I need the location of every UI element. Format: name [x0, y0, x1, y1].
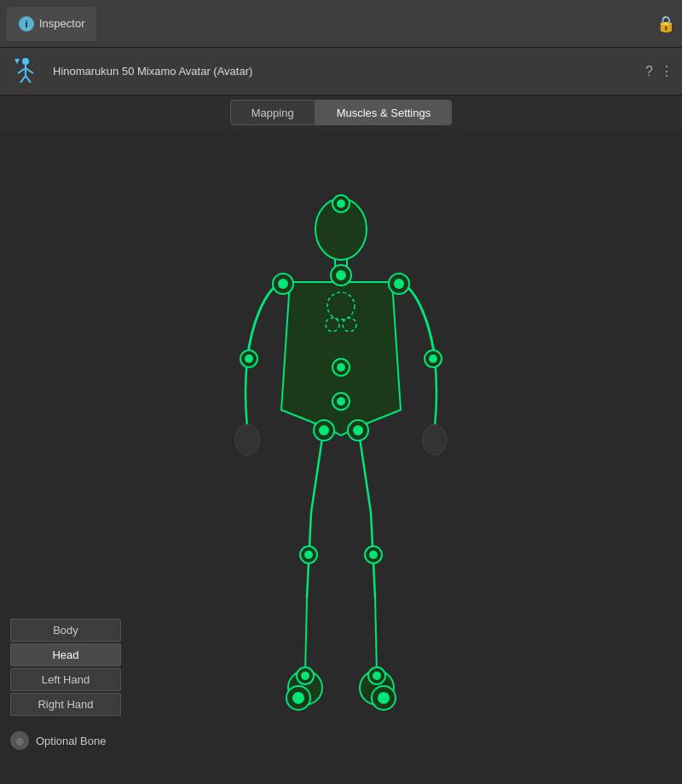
svg-line-5 [26, 76, 31, 83]
right-hand-button[interactable]: Right Hand [10, 693, 121, 716]
tab-muscles-settings[interactable]: Muscles & Settings [315, 100, 453, 125]
avatar-icon [9, 55, 43, 89]
svg-point-39 [304, 551, 313, 559]
optional-bone-icon: ◎ [10, 731, 29, 750]
svg-point-33 [337, 397, 345, 406]
more-button[interactable]: ⋮ [660, 63, 673, 79]
svg-line-4 [20, 76, 26, 83]
svg-point-37 [353, 425, 363, 435]
inspector-tab[interactable]: i Inspector [7, 7, 96, 41]
body-button[interactable]: Body [10, 619, 121, 642]
svg-point-41 [369, 551, 378, 559]
svg-point-11 [235, 424, 259, 455]
optional-bone-label: Optional Bone [36, 735, 106, 747]
svg-line-2 [18, 68, 26, 73]
svg-point-18 [336, 270, 346, 280]
optional-bone-row: ◎ Optional Bone [10, 731, 106, 750]
inspector-tab-label: Inspector [39, 17, 84, 30]
svg-point-47 [292, 692, 304, 704]
svg-point-0 [22, 58, 29, 65]
asset-name: Hinomarukun 50 Mixamo Avatar (Avatar) [53, 65, 635, 78]
tab-bar: Mapping Muscles & Settings [0, 95, 682, 130]
asset-row: Hinomarukun 50 Mixamo Avatar (Avatar) ? … [0, 48, 682, 95]
inspector-header: i Inspector 🔒 [0, 0, 682, 48]
svg-line-3 [26, 68, 33, 73]
svg-point-35 [319, 425, 329, 435]
svg-point-22 [394, 279, 404, 289]
avatar-figure [213, 180, 469, 734]
tab-mapping[interactable]: Mapping [230, 100, 315, 125]
svg-point-43 [301, 672, 309, 680]
svg-point-31 [337, 363, 345, 372]
svg-point-45 [373, 672, 381, 680]
asset-actions: ? ⋮ [645, 63, 673, 79]
sidebar-buttons: Body Head Left Hand Right Hand [10, 619, 121, 716]
svg-point-27 [245, 355, 253, 363]
svg-point-16 [337, 199, 345, 208]
info-icon: i [19, 16, 34, 32]
lock-icon[interactable]: 🔒 [656, 14, 675, 33]
head-button[interactable]: Head [10, 643, 121, 666]
svg-point-49 [378, 692, 390, 704]
svg-marker-6 [14, 59, 20, 64]
svg-point-12 [423, 424, 447, 455]
main-area: Body Head Left Hand Right Hand ◎ Optiona… [0, 130, 682, 784]
left-hand-button[interactable]: Left Hand [10, 668, 121, 691]
help-button[interactable]: ? [645, 64, 653, 79]
svg-point-20 [278, 279, 288, 289]
svg-point-29 [429, 355, 437, 363]
